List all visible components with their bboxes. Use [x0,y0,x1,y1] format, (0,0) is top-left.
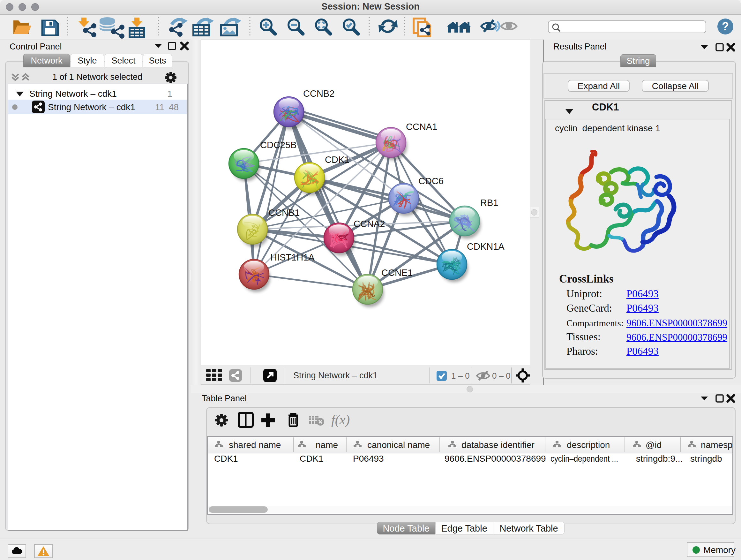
svg-text:canonical name: canonical name [367,440,430,450]
svg-text:f(x): f(x) [331,413,350,428]
svg-text:database identifier: database identifier [461,440,535,450]
svg-text:description: description [567,440,610,450]
svg-text:CDC25B: CDC25B [260,140,296,150]
svg-text:stringdb:9...: stringdb:9... [636,454,683,463]
svg-text:shared name: shared name [229,440,281,450]
svg-text:HIST1H1A: HIST1H1A [270,252,315,262]
svg-text:stringdb: stringdb [690,454,722,463]
svg-text:CDK1: CDK1 [300,454,324,463]
svg-text:CCNA2: CCNA2 [354,219,385,229]
svg-text:CDK1: CDK1 [325,154,349,165]
svg-text:9606.ENSP00000378699: 9606.ENSP00000378699 [445,454,546,463]
svg-text:@id: @id [646,440,662,450]
svg-text:CCNE1: CCNE1 [381,267,413,278]
svg-text:CDC6: CDC6 [418,176,444,186]
svg-text:CDK1: CDK1 [214,454,238,463]
svg-text:CCNB2: CCNB2 [303,88,334,99]
svg-text:RB1: RB1 [480,198,498,208]
svg-text:cyclin–dependent ...: cyclin–dependent ... [550,454,618,463]
svg-text:CCNB1: CCNB1 [268,207,300,218]
svg-text:P06493: P06493 [353,454,384,463]
svg-text:CDKN1A: CDKN1A [467,241,504,252]
svg-text:name: name [316,440,338,450]
svg-text:namespace: namespace [701,440,732,450]
svg-text:CCNA1: CCNA1 [406,122,437,132]
